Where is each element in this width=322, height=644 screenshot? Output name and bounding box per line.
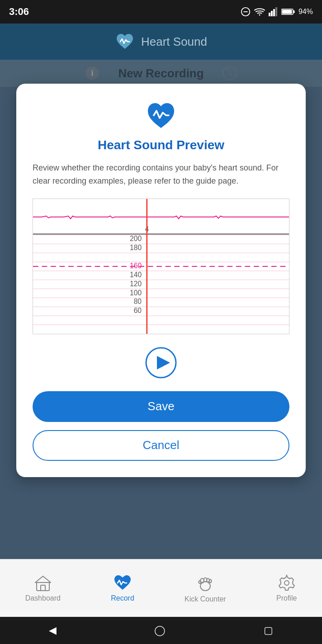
status-bar: 3:06 94% (0, 0, 322, 24)
app-header: Heart Sound (0, 24, 322, 60)
svg-rect-8 (293, 10, 294, 13)
svg-text:200: 200 (130, 235, 142, 242)
modal-title: Heart Sound Preview (33, 138, 289, 152)
battery-icon (281, 8, 295, 15)
svg-rect-5 (273, 9, 275, 16)
svg-rect-42 (41, 585, 45, 591)
signal-icon (269, 7, 278, 16)
nav-item-dashboard[interactable]: Dashboard (25, 574, 61, 602)
svg-rect-9 (282, 10, 292, 14)
svg-point-2 (259, 14, 260, 16)
svg-text:180: 180 (130, 244, 142, 251)
save-button[interactable]: Save (33, 391, 289, 422)
app-header-title: Heart Sound (141, 35, 207, 49)
svg-rect-40 (37, 582, 49, 591)
play-button-container (33, 347, 289, 379)
svg-marker-39 (157, 356, 170, 369)
modal-description: Review whether the recording contains yo… (33, 161, 289, 188)
android-nav-bar: ◀ ◯ ▢ (0, 617, 322, 644)
recents-button[interactable]: ▢ (264, 625, 273, 636)
play-button[interactable] (145, 347, 177, 379)
svg-text:60: 60 (134, 307, 142, 314)
chart-container: 200 180 160 140 120 100 80 60 4 (33, 199, 289, 334)
gear-icon (278, 574, 295, 592)
nav-label-dashboard: Dashboard (25, 594, 61, 602)
nav-item-kick-counter[interactable]: Kick Counter (185, 573, 226, 603)
modal-icon-container (33, 100, 289, 130)
nav-label-record: Record (111, 594, 134, 602)
back-button[interactable]: ◀ (49, 625, 57, 636)
modal-dialog: Heart Sound Preview Review whether the r… (16, 84, 306, 477)
svg-point-49 (284, 581, 289, 585)
nav-item-profile[interactable]: Profile (276, 574, 297, 602)
nav-label-kick-counter: Kick Counter (185, 595, 226, 603)
svg-rect-4 (271, 11, 273, 16)
cancel-button[interactable]: Cancel (33, 430, 289, 461)
svg-marker-41 (35, 576, 51, 582)
svg-point-47 (209, 579, 211, 582)
notifications-icon (241, 7, 251, 17)
status-icons: 94% (241, 7, 313, 17)
status-time: 3:06 (9, 6, 29, 18)
heart-sound-icon (115, 32, 135, 52)
heart-chart: 200 180 160 140 120 100 80 60 4 (33, 199, 289, 334)
nav-label-profile: Profile (276, 594, 297, 602)
svg-point-48 (199, 581, 201, 583)
battery-text: 94% (298, 8, 313, 16)
svg-text:100: 100 (130, 289, 142, 296)
bottom-nav: Dashboard Record Kick Counter Profile (0, 559, 322, 617)
modal-heart-icon (145, 100, 177, 130)
svg-text:80: 80 (134, 298, 142, 305)
svg-rect-3 (269, 13, 270, 16)
nav-item-record[interactable]: Record (111, 574, 134, 602)
wifi-icon (254, 7, 265, 16)
svg-text:140: 140 (130, 270, 142, 278)
home-button[interactable]: ◯ (154, 625, 166, 636)
home-icon (34, 574, 52, 592)
svg-rect-6 (275, 7, 277, 16)
svg-text:120: 120 (130, 279, 142, 287)
svg-text:160: 160 (130, 261, 142, 269)
heartbeat-icon (113, 574, 132, 592)
kick-icon (198, 573, 213, 592)
